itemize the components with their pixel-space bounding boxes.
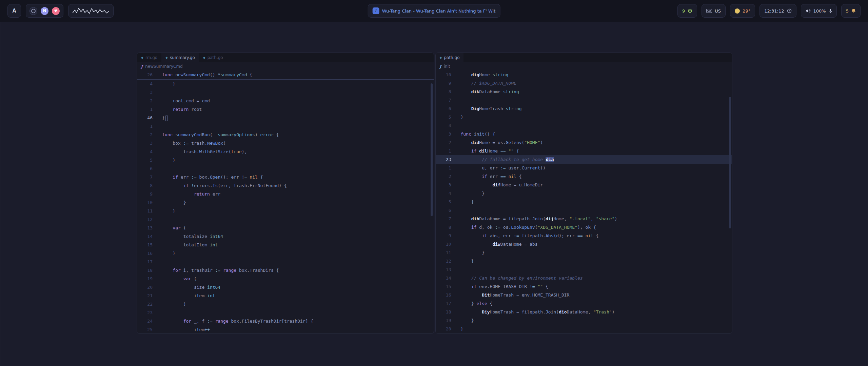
keyboard-layout-widget[interactable]: US [702,4,726,18]
code-line[interactable]: 3 box := trash.NewBox( [137,139,434,147]
code-line[interactable]: 2func summaryCmdRun(_ summaryOptions) er… [137,130,434,139]
line-number: 8 [137,181,157,190]
code-line[interactable]: 16 ) [137,249,434,258]
launcher-button[interactable]: A [7,4,21,18]
music-icon: ♪ [373,7,379,14]
tab-summary.go[interactable]: ◆summary.go [161,53,199,62]
code-line[interactable]: 14 // Can be changed by environment vari… [436,274,732,282]
code-line[interactable]: 6 [137,164,434,173]
code-line[interactable]: 18 DiyHomeTrash = filepath.Join(dioDataH… [436,308,732,316]
scrollbar[interactable] [431,83,433,216]
code-line[interactable]: 6 DigHomeTrash string [436,104,732,113]
code-line[interactable]: 2 if err == nil { [436,172,732,181]
line-number: 6 [436,206,456,215]
line-number: 16 [436,291,456,299]
line-number: 8 [436,87,456,96]
line-number: 12 [436,257,456,265]
code-line[interactable]: 23 [137,308,434,317]
code-line[interactable]: 3 [137,88,434,97]
code-line[interactable]: 5) [436,113,732,121]
code-line[interactable]: 9 if abs, err := filepath.Abs(d); err ==… [436,231,732,240]
code-line[interactable]: 8 dikDataHome string [436,87,732,96]
code-line[interactable]: 8 if d, ok := os.LookupEnv("XDG_DATA_HOM… [436,223,732,231]
code-line[interactable]: 7 dihDataHome = filepath.Join(dijHome, "… [436,215,732,223]
line-number: 4 [436,189,456,198]
code-line[interactable]: 3func init() { [436,130,732,138]
code-line[interactable]: 10 diwDataHome = abs [436,240,732,248]
tab-path.go[interactable]: ◆path.go [436,53,464,62]
code-line[interactable]: 1 [137,122,434,130]
code-line[interactable]: 24 for _, f := range box.FilesByTrashDir… [137,317,434,325]
code-line[interactable]: 4 trash.WithGetSize(true), [137,147,434,156]
code-line[interactable]: 11 } [436,248,732,257]
code-line[interactable]: 15 if env.HOME_TRASH_DIR != "" { [436,282,732,291]
code-line[interactable]: 46} [137,114,434,122]
code-line[interactable]: 22 ) [137,300,434,308]
code-line[interactable]: 20 size int64 [137,283,434,291]
tab-path.go[interactable]: ◆path.go [199,53,227,62]
notifications-widget[interactable]: 5 [841,4,861,18]
line-number: 2 [436,172,456,181]
code-line[interactable]: 18 for i, trashDir := range box.TrashDir… [137,266,434,274]
workspace-2[interactable]: N [41,7,48,15]
line-number: 17 [137,258,157,266]
code-text: dihDataHome = filepath.Join(dijHome, ".l… [461,215,617,223]
code-line[interactable]: 10 } [137,198,434,207]
code-line[interactable]: 16 DitHomeTrash = env.HOME_TRASH_DIR [436,291,732,299]
weather-widget[interactable]: 29° [730,4,755,18]
code-line[interactable]: 17 [137,258,434,266]
code-line[interactable]: 4 } [137,80,434,88]
activity-graph-widget[interactable] [68,4,114,18]
code-line[interactable]: 6 [436,206,732,215]
code-line[interactable]: 1 return root [137,105,434,114]
code-line[interactable]: 3 difHome = u.HomeDir [436,181,732,189]
volume-widget[interactable]: 100% [801,4,837,18]
code-line[interactable]: 15 totalItem int [137,241,434,249]
line-number: 1 [436,164,456,172]
code-line[interactable]: 5 ) [137,156,434,164]
code-line[interactable]: 7 if err := box.Open(); err != nil { [137,173,434,181]
code-line[interactable]: 10 digHome string [436,70,732,79]
code-line[interactable]: 14 totalSize int64 [137,232,434,241]
code-line[interactable]: 19 } [436,316,732,325]
code-line[interactable]: 9 // $XDG_DATA_HOME [436,79,732,87]
tab-label: rm.go [145,55,157,60]
breadcrumb: ƒ newSummaryCmd [137,62,434,70]
tab-rm.go[interactable]: ◆rm.go [137,53,161,62]
code-area[interactable]: 10 digHome string9 // $XDG_DATA_HOME8 di… [436,70,732,333]
now-playing-widget[interactable]: ♪ Wu-Tang Clan - Wu-Tang Clan Ain't Nuth… [368,4,500,18]
code-line[interactable]: 8 if !errors.Is(err, trash.ErrNotFound) … [137,181,434,190]
code-line[interactable]: 11 } [137,207,434,215]
code-text: ) [162,300,186,308]
code-line[interactable]: 1 u, err := user.Current() [436,164,732,172]
code-line[interactable]: 19 var ( [137,274,434,283]
go-file-icon: ◆ [203,56,205,59]
code-line[interactable]: 13 [436,265,732,274]
workspace-1[interactable] [29,7,37,15]
workspace-2-label: N [43,8,46,13]
context-line[interactable]: 26func newSummaryCmd() *summaryCmd { [137,70,434,80]
code-line[interactable]: 25 item++ [137,325,434,333]
code-line[interactable]: 12 } [436,257,732,265]
code-line[interactable]: 20} [436,325,732,333]
code-line[interactable]: 2 root.cmd = cmd [137,97,434,105]
code-line[interactable]: 9 return err [137,190,434,198]
code-line[interactable]: 4 } [436,189,732,198]
code-line[interactable]: 12 [137,215,434,224]
code-line[interactable]: 23 // fallback to get home dia [436,155,732,164]
status-counter-widget[interactable]: 9 [677,4,697,18]
code-line[interactable]: 21 item int [137,291,434,300]
code-line[interactable]: 2 didHome = os.Getenv("HOME") [436,138,732,147]
code-text: // Can be changed by environment variabl… [461,274,583,282]
code-line[interactable]: 13 var ( [137,224,434,232]
workspace-3[interactable]: ♥ [52,7,60,15]
clock-widget[interactable]: 12:31:12 [760,4,796,18]
scrollbar[interactable] [729,97,731,228]
code-line[interactable]: 4 [436,121,732,130]
code-line[interactable]: 17 } else { [436,299,732,308]
code-line[interactable]: 7 [436,96,732,104]
code-area[interactable]: 4 }32 root.cmd = cmd1 return root46} 12f… [137,80,434,333]
code-line[interactable]: 5 } [436,198,732,206]
code-line[interactable]: 1 if dilHome == "" { [436,147,732,155]
code-text: var ( [162,224,186,232]
